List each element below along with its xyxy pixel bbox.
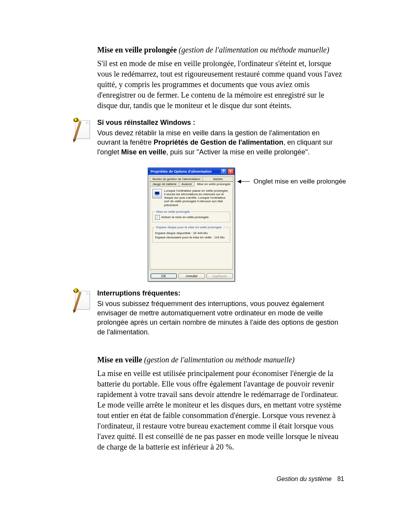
- callout-label: Onglet mise en veille prolongée: [254, 178, 346, 185]
- checkbox-enable-hibernate[interactable]: ✓: [155, 215, 160, 220]
- heading-hibernate-bold: Mise en veille prolongée: [97, 45, 177, 54]
- footer-page-number: 81: [337, 476, 344, 482]
- dialog-description: Lorsque l'ordinateur passe en veille pro…: [164, 189, 230, 207]
- tab-hibernate[interactable]: Mise en veille prolongée: [194, 182, 233, 187]
- tab-power-schemes[interactable]: Modes de gestion de l'alimentation: [150, 177, 203, 182]
- note-icon: [75, 289, 92, 311]
- page-footer: Gestion du système 81: [97, 476, 344, 483]
- note1-post: , puis sur "Activer la mise en veille pr…: [166, 148, 310, 156]
- cancel-button[interactable]: Annuler: [178, 273, 205, 279]
- hibernate-icon: [152, 189, 162, 198]
- group-hibernate: Mise en veille prolongée ✓ Activer la mi…: [152, 210, 230, 222]
- checkbox-label: Activer la mise en veille prolongée.: [161, 215, 210, 219]
- note2-body: Si vous subissez fréquemment des interru…: [97, 299, 344, 337]
- callout-hibernate-tab: Onglet mise en veille prolongée: [237, 178, 346, 185]
- svg-rect-2: [156, 195, 158, 196]
- ok-button[interactable]: OK: [150, 273, 177, 279]
- help-icon[interactable]: ?: [220, 168, 227, 175]
- svg-rect-1: [155, 192, 159, 194]
- heading-hibernate: Mise en veille prolongée (gestion de l'a…: [97, 45, 344, 55]
- tab-alerts[interactable]: Alertes: [203, 177, 233, 182]
- arrow-left-icon: [237, 180, 241, 184]
- heading-standby: Mise en veille (gestion de l'alimentatio…: [97, 355, 344, 365]
- note-icon: [75, 119, 92, 140]
- space-available-label: Espace disque disponible :: [155, 231, 192, 235]
- space-required-value: 119 Mo: [214, 236, 225, 239]
- note1-title: Si vous réinstallez Windows :: [97, 119, 344, 127]
- footer-section: Gestion du système: [276, 476, 331, 482]
- note2-title: Interruptions fréquentes:: [97, 289, 344, 297]
- tab-battery-gauge[interactable]: Jauge de batterie: [150, 182, 179, 187]
- apply-button[interactable]: Appliquer: [206, 273, 233, 279]
- note1-body: Vous devez rétablir la mise en veille da…: [97, 128, 344, 157]
- dialog-titlebar[interactable]: Propriétés de Options d'alimentation ? ×: [148, 168, 234, 175]
- group-disk-space: Espace disque pour la mise en veille pro…: [152, 226, 230, 243]
- heading-standby-ital: (gestion de l'alimentation ou méthode ma…: [142, 355, 295, 364]
- close-icon[interactable]: ×: [228, 168, 234, 175]
- power-options-dialog: Propriétés de Options d'alimentation ? ×…: [148, 168, 235, 282]
- body-standby: La mise en veille est utilisée principal…: [97, 368, 344, 452]
- group-hibernate-legend: Mise en veille prolongée: [155, 210, 191, 213]
- tab-advanced[interactable]: Avancé: [179, 182, 195, 187]
- heading-hibernate-ital: (gestion de l'alimentation ou méthode ma…: [177, 45, 329, 54]
- space-available-value: 16 444 Mo: [193, 231, 208, 235]
- dialog-title: Propriétés de Options d'alimentation: [150, 170, 220, 173]
- note1-bold2: Mise en veille: [121, 148, 166, 156]
- group-disk-space-legend: Espace disque pour la mise en veille pro…: [155, 226, 223, 229]
- body-hibernate: S'il est en mode de mise en veille prolo…: [97, 58, 344, 111]
- note1-bold1: Propriétés de Gestion de l'alimentation: [154, 138, 283, 146]
- heading-standby-bold: Mise en veille: [97, 355, 142, 364]
- space-required-label: Espace nécessaire pour la mise en veille…: [155, 236, 213, 239]
